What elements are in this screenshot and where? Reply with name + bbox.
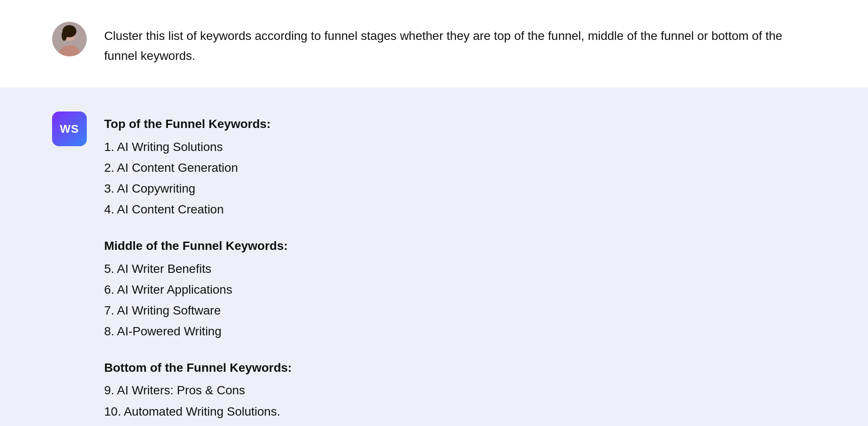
ai-avatar: WS	[52, 111, 87, 146]
keyword-1: 1. AI Writing Solutions	[104, 137, 816, 157]
ai-message: WS Top of the Funnel Keywords: 1. AI Wri…	[0, 88, 868, 426]
keyword-6: 6. AI Writer Applications	[104, 280, 816, 300]
section-heading-middle: Middle of the Funnel Keywords:	[104, 236, 816, 256]
keyword-3: 3. AI Copywriting	[104, 179, 816, 199]
chat-container: Cluster this list of keywords according …	[0, 0, 868, 426]
keyword-2: 2. AI Content Generation	[104, 158, 816, 178]
ai-response-text: Top of the Funnel Keywords: 1. AI Writin…	[104, 111, 816, 426]
keyword-7: 7. AI Writing Software	[104, 301, 816, 321]
keyword-8: 8. AI-Powered Writing	[104, 321, 816, 341]
keyword-4: 4. AI Content Creation	[104, 200, 816, 220]
section-heading-top: Top of the Funnel Keywords:	[104, 114, 816, 134]
user-avatar	[52, 22, 87, 56]
keyword-5: 5. AI Writer Benefits	[104, 259, 816, 279]
user-message-text: Cluster this list of keywords according …	[104, 22, 799, 66]
keyword-9: 9. AI Writers: Pros & Cons	[104, 380, 816, 400]
svg-point-6	[62, 30, 67, 41]
section-heading-bottom: Bottom of the Funnel Keywords:	[104, 358, 816, 378]
keyword-10: 10. Automated Writing Solutions.	[104, 402, 816, 422]
user-message: Cluster this list of keywords according …	[0, 0, 868, 88]
